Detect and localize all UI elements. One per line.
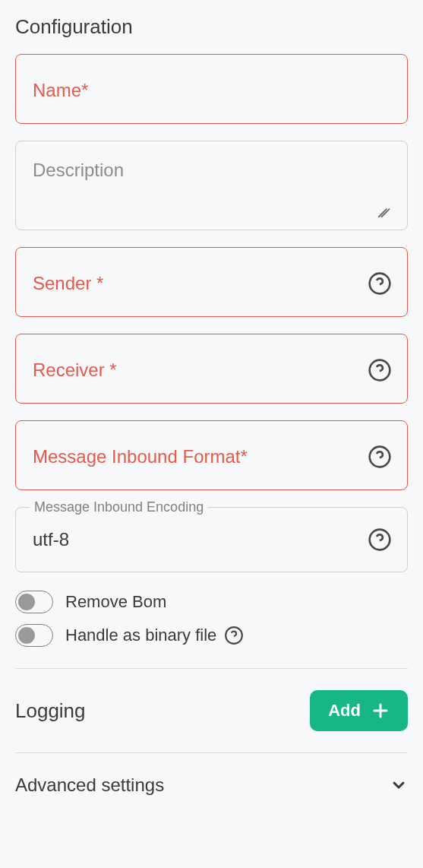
name-field[interactable]: Name* [15,54,408,124]
help-icon[interactable] [368,527,392,552]
description-label: Description [33,160,392,181]
help-icon[interactable] [368,445,392,469]
help-icon[interactable] [368,358,392,382]
inbound-format-field[interactable]: Message Inbound Format* [15,420,408,490]
advanced-title: Advanced settings [15,775,164,796]
edit-icon[interactable] [377,202,393,219]
receiver-field[interactable]: Receiver * [15,334,408,404]
remove-bom-row: Remove Bom [15,591,408,613]
logging-row: Logging Add [15,669,408,731]
sender-field[interactable]: Sender * [15,247,408,317]
description-field[interactable]: Description [15,141,408,230]
toggle-knob [18,594,35,610]
remove-bom-label: Remove Bom [65,592,166,612]
chevron-down-icon [390,776,408,794]
logging-title: Logging [15,699,86,723]
add-label: Add [328,701,361,721]
handle-binary-label: Handle as binary file [65,626,244,645]
plus-icon [371,702,390,720]
help-icon[interactable] [368,271,392,296]
name-label: Name* [33,80,392,101]
advanced-settings-row[interactable]: Advanced settings [15,753,408,803]
handle-binary-toggle[interactable] [15,624,53,647]
inbound-encoding-value: utf-8 [33,529,368,550]
help-icon[interactable] [224,626,244,645]
sender-label: Sender * [33,273,368,294]
toggle-knob [18,627,35,644]
add-button[interactable]: Add [310,690,408,731]
receiver-label: Receiver * [33,360,368,381]
handle-binary-row: Handle as binary file [15,624,408,647]
inbound-encoding-field[interactable]: Message Inbound Encoding utf-8 [15,507,408,572]
handle-binary-text: Handle as binary file [65,626,216,645]
section-title: Configuration [15,15,408,39]
inbound-encoding-label: Message Inbound Encoding [30,499,208,515]
inbound-format-label: Message Inbound Format* [33,446,368,467]
configuration-section: Configuration Name* Description Sender *… [15,15,408,803]
remove-bom-toggle[interactable] [15,591,53,613]
